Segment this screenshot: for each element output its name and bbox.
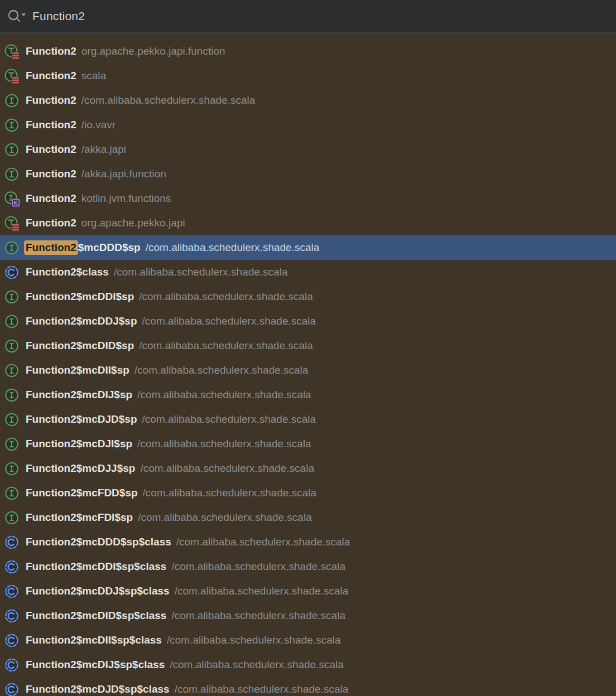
symbol-package-path: /akka.japi <box>81 143 126 156</box>
results-list[interactable]: Function2 org.apache.pekko.japi.function… <box>0 34 616 696</box>
symbol-name: Function2$mcDDJ$sp$class <box>26 585 170 597</box>
trait-icon <box>4 68 20 84</box>
list-item[interactable]: Function2$mcFDD$sp /com.alibaba.schedule… <box>0 481 616 505</box>
symbol-package-path: /com.alibaba.schedulerx.shade.scala <box>134 364 309 376</box>
symbol-name: Function2$mcDDD$sp$class <box>26 536 171 548</box>
symbol-name: Function2 <box>26 217 76 229</box>
symbol-package-path: /com.alibaba.schedulerx.shade.scala <box>171 560 345 573</box>
symbol-name: Function2 <box>26 45 76 57</box>
list-item[interactable]: Function2$mcDDI$sp$class /com.alibaba.sc… <box>0 554 616 579</box>
symbol-name: Function2$class <box>26 266 109 278</box>
list-item[interactable]: Function2$mcDDD$sp$class /com.alibaba.sc… <box>0 530 616 554</box>
symbol-name: Function2$mcDJD$sp$class <box>26 683 170 695</box>
symbol-name: Function2$mcDII$sp <box>26 364 129 376</box>
symbol-package-path: /com.alibaba.schedulerx.shade.scala <box>146 241 320 254</box>
symbol-package-path: /akka.japi.function <box>81 168 166 180</box>
symbol-package-path: /com.alibaba.schedulerx.shade.scala <box>140 462 314 475</box>
symbol-package-path: /com.alibaba.schedulerx.shade.scala <box>114 266 288 278</box>
symbol-name: Function2 <box>26 192 76 205</box>
interface-icon <box>4 240 20 256</box>
list-item[interactable]: Function2$mcDDJ$sp /com.alibaba.schedule… <box>0 309 616 334</box>
class-icon <box>4 657 20 673</box>
list-item[interactable]: Function2$mcDID$sp$class /com.alibaba.sc… <box>0 603 616 628</box>
symbol-name: Function2 <box>26 143 76 156</box>
class-icon <box>4 608 20 624</box>
interface-icon <box>4 436 20 452</box>
symbol-name: Function2$mcDJD$sp <box>26 413 137 426</box>
symbol-package-path: /com.alibaba.schedulerx.shade.scala <box>175 585 349 597</box>
class-icon <box>4 264 20 281</box>
list-item[interactable]: Function2$mcDID$sp /com.alibaba.schedule… <box>0 334 616 358</box>
list-item[interactable]: Function2$mcDDJ$sp$class /com.alibaba.sc… <box>0 579 616 603</box>
symbol-package-path: org.apache.pekko.japi <box>81 217 185 229</box>
interface-icon <box>4 117 20 133</box>
symbol-package-path: org.apache.pekko.japi.function <box>81 45 225 57</box>
list-item[interactable]: Function2$mcDII$sp$class /com.alibaba.sc… <box>0 628 616 652</box>
interface-icon <box>4 289 20 305</box>
symbol-name: Function2 <box>26 119 76 131</box>
trait-icon <box>4 215 20 231</box>
interface-kotlin-icon <box>4 191 20 207</box>
symbol-name: Function2$mcDJJ$sp <box>26 462 135 475</box>
list-item[interactable]: Function2$mcDII$sp /com.alibaba.schedule… <box>0 358 616 383</box>
symbol-package-path: /com.alibaba.schedulerx.shade.scala <box>137 438 311 450</box>
class-icon <box>4 583 20 600</box>
class-icon <box>4 559 20 575</box>
symbol-name: Function2$mcDID$sp <box>26 340 134 352</box>
symbol-package-path: /com.alibaba.schedulerx.shade.scala <box>175 683 349 695</box>
symbol-package-path: /com.alibaba.schedulerx.shade.scala <box>170 659 344 671</box>
list-item[interactable]: Function2$mcDDD$sp /com.alibaba.schedule… <box>0 235 616 260</box>
symbol-package-path: /com.alibaba.schedulerx.shade.scala <box>171 610 345 622</box>
symbol-name: Function2$mcDII$sp$class <box>26 634 162 646</box>
match-highlight: Function2 <box>24 240 78 255</box>
interface-icon <box>4 510 20 526</box>
list-item[interactable]: Function2$mcDDI$sp /com.alibaba.schedule… <box>0 284 616 309</box>
symbol-name: Function2 <box>26 168 76 180</box>
symbol-name: Function2$mcDJI$sp <box>26 438 132 450</box>
list-item[interactable]: Function2 kotlin.jvm.functions <box>0 186 616 211</box>
list-item[interactable]: Function2$mcFDI$sp /com.alibaba.schedule… <box>0 505 616 530</box>
symbol-name: $mcDDD$sp <box>78 241 141 254</box>
list-item[interactable]: Function2 /akka.japi <box>0 137 616 162</box>
symbol-name: Function2 <box>26 70 76 82</box>
class-icon <box>4 534 20 550</box>
list-item[interactable]: Function2 org.apache.pekko.japi.function <box>0 39 616 64</box>
interface-icon <box>4 166 20 182</box>
list-item[interactable]: Function2$mcDJI$sp /com.alibaba.schedule… <box>0 432 616 456</box>
symbol-name: Function2 <box>26 94 76 107</box>
list-item[interactable]: Function2$mcDJD$sp /com.alibaba.schedule… <box>0 407 616 432</box>
search-icon[interactable] <box>7 8 27 25</box>
symbol-name: Function2$mcDIJ$sp$class <box>26 659 165 671</box>
list-item[interactable]: Function2 /com.alibaba.schedulerx.shade.… <box>0 88 616 113</box>
list-item[interactable]: Function2$mcDIJ$sp /com.alibaba.schedule… <box>0 383 616 407</box>
class-icon <box>4 682 20 696</box>
symbol-package-path: /com.alibaba.schedulerx.shade.scala <box>137 389 311 401</box>
symbol-package-path: /com.alibaba.schedulerx.shade.scala <box>143 487 317 499</box>
symbol-package-path: /com.alibaba.schedulerx.shade.scala <box>139 291 313 303</box>
symbol-name: Function2$mcDDJ$sp <box>26 315 137 327</box>
list-item[interactable]: Function2$mcDIJ$sp$class /com.alibaba.sc… <box>0 652 616 677</box>
interface-icon <box>4 485 20 501</box>
interface-icon <box>4 142 20 158</box>
list-item[interactable]: Function2 org.apache.pekko.japi <box>0 211 616 235</box>
list-item[interactable]: Function2$mcDJJ$sp /com.alibaba.schedule… <box>0 456 616 481</box>
list-item[interactable]: Function2 scala <box>0 64 616 88</box>
symbol-package-path: /com.alibaba.schedulerx.shade.scala <box>81 94 256 107</box>
list-item[interactable]: Function2$class /com.alibaba.schedulerx.… <box>0 260 616 284</box>
symbol-name: Function2$mcFDI$sp <box>26 511 133 524</box>
trait-icon <box>4 44 20 60</box>
list-item[interactable]: Function2 /akka.japi.function <box>0 162 616 186</box>
symbol-name: Function2$mcDID$sp$class <box>26 610 166 622</box>
list-item[interactable]: Function2$mcDJD$sp$class /com.alibaba.sc… <box>0 677 616 696</box>
list-item[interactable]: Function2 /io.vavr <box>0 113 616 137</box>
interface-icon <box>4 412 20 428</box>
symbol-name: Function2$mcDDI$sp$class <box>26 560 166 573</box>
symbol-package-path: /com.alibaba.schedulerx.shade.scala <box>142 315 316 327</box>
class-icon <box>4 632 20 649</box>
interface-icon <box>4 461 20 477</box>
search-bar[interactable]: Function2 <box>0 0 616 34</box>
search-input[interactable]: Function2 <box>32 9 85 23</box>
interface-icon <box>4 362 20 379</box>
symbol-package-path: /com.alibaba.schedulerx.shade.scala <box>167 634 341 646</box>
interface-icon <box>4 313 20 330</box>
